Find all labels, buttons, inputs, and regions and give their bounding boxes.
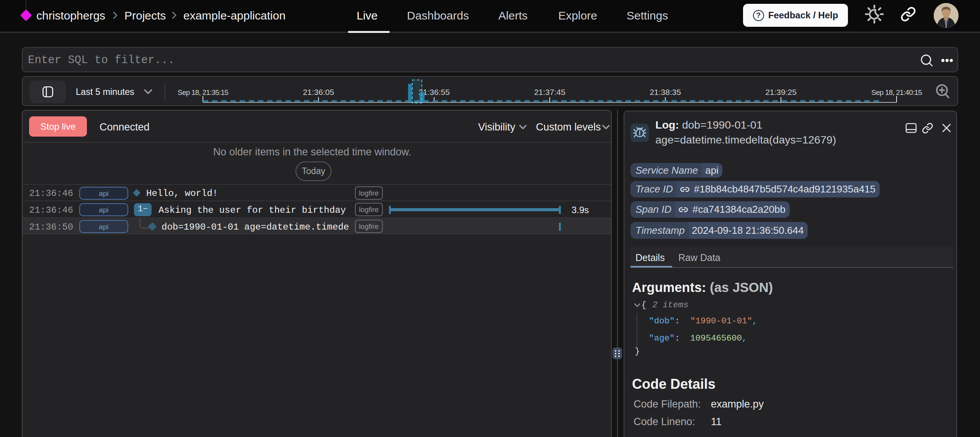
- svg-text:21:38:35: 21:38:35: [650, 88, 681, 96]
- svg-text:Sep 18, 21:35:15: Sep 18, 21:35:15: [178, 88, 228, 96]
- svg-text:21:36:05: 21:36:05: [303, 88, 334, 96]
- svg-text:21:39:25: 21:39:25: [765, 88, 797, 96]
- svg-text:Sep 18, 21:40:15: Sep 18, 21:40:15: [871, 88, 922, 96]
- svg-text:21:37:45: 21:37:45: [534, 88, 565, 96]
